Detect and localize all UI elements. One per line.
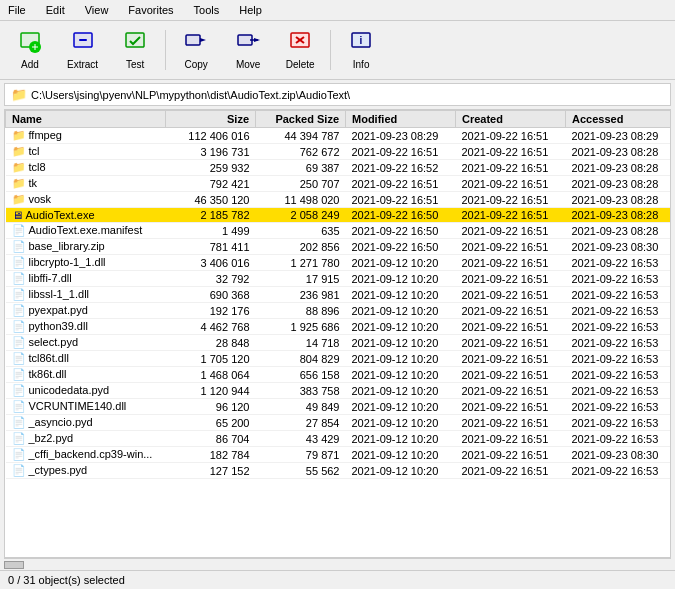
cell-packed: 250 707	[256, 176, 346, 192]
cell-modified: 2021-09-12 10:20	[346, 335, 456, 351]
cell-created: 2021-09-22 16:51	[456, 351, 566, 367]
cell-accessed: 2021-09-22 16:53	[566, 383, 672, 399]
extract-label: Extract	[67, 59, 98, 70]
cell-name: 📄_cffi_backend.cp39-win...	[6, 447, 166, 463]
col-modified[interactable]: Modified	[346, 111, 456, 128]
move-button[interactable]: Move	[224, 25, 272, 75]
cell-created: 2021-09-22 16:51	[456, 399, 566, 415]
table-row[interactable]: 📁vosk 46 350 120 11 498 020 2021-09-22 1…	[6, 192, 672, 208]
menu-file[interactable]: File	[4, 2, 30, 18]
cell-size: 1 705 120	[166, 351, 256, 367]
file-icon: 📄	[12, 416, 26, 428]
column-headers: Name Size Packed Size Modified Created A…	[6, 111, 672, 128]
menu-help[interactable]: Help	[235, 2, 266, 18]
filename: _asyncio.pyd	[29, 416, 93, 428]
table-row[interactable]: 📄unicodedata.pyd 1 120 944 383 758 2021-…	[6, 383, 672, 399]
cell-accessed: 2021-09-23 08:29	[566, 128, 672, 144]
cell-created: 2021-09-22 16:51	[456, 239, 566, 255]
folder-icon: 📁	[12, 177, 26, 189]
table-row[interactable]: 📄_bz2.pyd 86 704 43 429 2021-09-12 10:20…	[6, 431, 672, 447]
filename: _bz2.pyd	[29, 432, 74, 444]
cell-created: 2021-09-22 16:51	[456, 303, 566, 319]
table-row[interactable]: 📁tcl8 259 932 69 387 2021-09-22 16:52 20…	[6, 160, 672, 176]
table-row[interactable]: 📄tcl86t.dll 1 705 120 804 829 2021-09-12…	[6, 351, 672, 367]
folder-icon: 📁	[12, 129, 26, 141]
cell-modified: 2021-09-12 10:20	[346, 287, 456, 303]
hscroll-thumb[interactable]	[4, 561, 24, 569]
cell-modified: 2021-09-22 16:50	[346, 239, 456, 255]
cell-name: 📄_asyncio.pyd	[6, 415, 166, 431]
menu-tools[interactable]: Tools	[190, 2, 224, 18]
cell-created: 2021-09-22 16:51	[456, 287, 566, 303]
cell-packed: 383 758	[256, 383, 346, 399]
toolbar-sep-1	[165, 30, 166, 70]
filename: tk86t.dll	[29, 368, 67, 380]
cell-accessed: 2021-09-22 16:53	[566, 351, 672, 367]
menu-favorites[interactable]: Favorites	[124, 2, 177, 18]
table-row[interactable]: 📄base_library.zip 781 411 202 856 2021-0…	[6, 239, 672, 255]
hscroll[interactable]	[4, 558, 671, 570]
table-row[interactable]: 📄tk86t.dll 1 468 064 656 158 2021-09-12 …	[6, 367, 672, 383]
cell-name: 📁ffmpeg	[6, 128, 166, 144]
cell-size: 3 406 016	[166, 255, 256, 271]
cell-name: 📄select.pyd	[6, 335, 166, 351]
cell-name: 📄tk86t.dll	[6, 367, 166, 383]
table-row[interactable]: 📄_cffi_backend.cp39-win... 182 784 79 87…	[6, 447, 672, 463]
table-row[interactable]: 📄libssl-1_1.dll 690 368 236 981 2021-09-…	[6, 287, 672, 303]
cell-size: 28 848	[166, 335, 256, 351]
cell-modified: 2021-09-12 10:20	[346, 463, 456, 479]
table-row[interactable]: 📁ffmpeg 112 406 016 44 394 787 2021-09-2…	[6, 128, 672, 144]
table-row[interactable]: 📄VCRUNTIME140.dll 96 120 49 849 2021-09-…	[6, 399, 672, 415]
col-created[interactable]: Created	[456, 111, 566, 128]
cell-accessed: 2021-09-22 16:53	[566, 335, 672, 351]
table-row[interactable]: 📁tk 792 421 250 707 2021-09-22 16:51 202…	[6, 176, 672, 192]
delete-button[interactable]: Delete	[276, 25, 324, 75]
table-row[interactable]: 🖥AudioText.exe 2 185 782 2 058 249 2021-…	[6, 208, 672, 223]
cell-modified: 2021-09-12 10:20	[346, 303, 456, 319]
cell-created: 2021-09-22 16:51	[456, 208, 566, 223]
table-row[interactable]: 📄python39.dll 4 462 768 1 925 686 2021-0…	[6, 319, 672, 335]
col-accessed[interactable]: Accessed	[566, 111, 672, 128]
table-row[interactable]: 📄_asyncio.pyd 65 200 27 854 2021-09-12 1…	[6, 415, 672, 431]
cell-name: 📄python39.dll	[6, 319, 166, 335]
menu-view[interactable]: View	[81, 2, 113, 18]
table-row[interactable]: 📄AudioText.exe.manifest 1 499 635 2021-0…	[6, 223, 672, 239]
filename: base_library.zip	[29, 240, 105, 252]
filename: tcl	[29, 145, 40, 157]
add-button[interactable]: Add	[6, 25, 54, 75]
info-button[interactable]: i Info	[337, 25, 385, 75]
cell-size: 182 784	[166, 447, 256, 463]
extract-button[interactable]: Extract	[58, 25, 107, 75]
table-row[interactable]: 📄libcrypto-1_1.dll 3 406 016 1 271 780 2…	[6, 255, 672, 271]
table-row[interactable]: 📄libffi-7.dll 32 792 17 915 2021-09-12 1…	[6, 271, 672, 287]
test-button[interactable]: Test	[111, 25, 159, 75]
cell-size: 2 185 782	[166, 208, 256, 223]
menu-edit[interactable]: Edit	[42, 2, 69, 18]
cell-packed: 202 856	[256, 239, 346, 255]
filename: vosk	[29, 193, 52, 205]
col-size[interactable]: Size	[166, 111, 256, 128]
file-icon: 📄	[12, 224, 26, 236]
copy-button[interactable]: Copy	[172, 25, 220, 75]
cell-packed: 44 394 787	[256, 128, 346, 144]
file-icon: 📄	[12, 320, 26, 332]
table-row[interactable]: 📄select.pyd 28 848 14 718 2021-09-12 10:…	[6, 335, 672, 351]
table-row[interactable]: 📁tcl 3 196 731 762 672 2021-09-22 16:51 …	[6, 144, 672, 160]
addressbar-path[interactable]: C:\Users\jsing\pyenv\NLP\mypython\dist\A…	[31, 89, 664, 101]
cell-packed: 236 981	[256, 287, 346, 303]
filename: ffmpeg	[29, 129, 62, 141]
table-row[interactable]: 📄_ctypes.pyd 127 152 55 562 2021-09-12 1…	[6, 463, 672, 479]
cell-size: 1 468 064	[166, 367, 256, 383]
cell-name: 📄pyexpat.pyd	[6, 303, 166, 319]
cell-size: 3 196 731	[166, 144, 256, 160]
cell-packed: 27 854	[256, 415, 346, 431]
move-icon	[236, 30, 260, 57]
col-packed[interactable]: Packed Size	[256, 111, 346, 128]
col-name[interactable]: Name	[6, 111, 166, 128]
table-row[interactable]: 📄pyexpat.pyd 192 176 88 896 2021-09-12 1…	[6, 303, 672, 319]
cell-modified: 2021-09-22 16:50	[346, 223, 456, 239]
filename: libffi-7.dll	[29, 272, 72, 284]
filename: tcl86t.dll	[29, 352, 69, 364]
cell-size: 86 704	[166, 431, 256, 447]
file-icon: 📄	[12, 272, 26, 284]
